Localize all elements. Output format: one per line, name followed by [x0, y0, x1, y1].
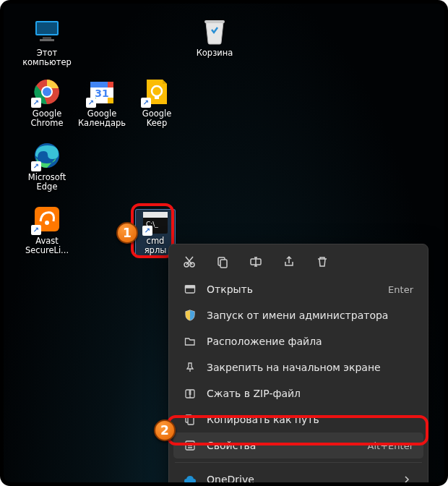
- menu-item-onedrive[interactable]: OneDrive: [173, 466, 423, 482]
- svg-rect-25: [220, 260, 227, 268]
- pin-icon: [184, 361, 197, 374]
- svg-rect-3: [40, 39, 54, 41]
- icon-label: Google Keep: [131, 109, 183, 128]
- menu-item-copy-path[interactable]: Копировать как путь: [173, 406, 423, 432]
- menu-label: Сжать в ZIP-файл: [207, 388, 413, 399]
- annotation-badge-2: 2: [154, 419, 176, 441]
- desktop-icon-google-keep[interactable]: ↗ Google Keep: [131, 77, 183, 128]
- avast-icon: ↗: [33, 205, 61, 234]
- recycle-bin-icon: [200, 17, 229, 46]
- menu-item-open[interactable]: Открыть Enter: [173, 276, 423, 302]
- chevron-right-icon: [400, 473, 413, 482]
- shortcut-arrow-icon: ↗: [31, 98, 41, 108]
- shortcut-arrow-icon: ↗: [141, 98, 151, 108]
- context-menu-toolbar: [173, 249, 423, 276]
- copy-path-icon: [184, 413, 197, 426]
- menu-label: OneDrive: [207, 474, 390, 482]
- icon-label: GoogleChrome: [21, 109, 73, 128]
- menu-item-file-location[interactable]: Расположение файла: [173, 328, 423, 354]
- properties-icon: [184, 439, 197, 452]
- svg-rect-1: [37, 22, 57, 34]
- icon-label: MicrosoftEdge: [21, 173, 73, 192]
- svg-text:31: 31: [95, 88, 108, 99]
- desktop-icon-avast[interactable]: ↗ AvastSecureLi...: [21, 205, 73, 255]
- rename-icon[interactable]: [249, 255, 263, 269]
- shortcut-arrow-icon: ↗: [31, 225, 41, 235]
- menu-item-properties[interactable]: Свойства Alt+Enter: [173, 432, 423, 459]
- icon-label: GoogleКалендарь: [76, 109, 128, 128]
- desktop-icon-google-calendar[interactable]: 31 ↗ GoogleКалендарь: [76, 77, 128, 128]
- calendar-icon: 31 ↗: [87, 77, 116, 106]
- context-menu: Открыть Enter Запуск от имени администра…: [168, 244, 428, 482]
- svg-rect-28: [186, 286, 195, 288]
- copy-icon[interactable]: [215, 255, 230, 269]
- zip-icon: [184, 387, 197, 400]
- keep-icon: ↗: [142, 77, 171, 106]
- delete-icon[interactable]: [315, 255, 329, 269]
- onedrive-icon: [184, 473, 197, 482]
- edge-icon: ↗: [33, 141, 61, 170]
- desktop[interactable]: Этоткомпьютер Корзина ↗ GoogleChrome 31 …: [4, 4, 444, 482]
- svg-rect-15: [155, 95, 159, 99]
- menu-label: Копировать как путь: [207, 414, 413, 425]
- desktop-icon-edge[interactable]: ↗ MicrosoftEdge: [21, 141, 73, 192]
- chrome-icon: ↗: [33, 77, 61, 106]
- shortcut-arrow-icon: ↗: [31, 161, 41, 171]
- share-icon[interactable]: [282, 255, 296, 269]
- menu-item-pin-start[interactable]: Закрепить на начальном экране: [173, 354, 423, 380]
- svg-rect-10: [108, 82, 113, 88]
- svg-rect-2: [43, 37, 51, 39]
- cmd-icon: C:\_ ↗: [143, 212, 168, 234]
- open-icon: [184, 283, 197, 296]
- desktop-icon-recycle-bin[interactable]: Корзина: [189, 17, 241, 58]
- menu-item-run-admin[interactable]: Запуск от имени администратора: [173, 302, 423, 328]
- cut-icon[interactable]: [182, 255, 197, 269]
- shield-icon: [184, 309, 197, 322]
- svg-point-7: [43, 88, 51, 96]
- shortcut-arrow-icon: ↗: [86, 98, 96, 108]
- icon-label: Корзина: [189, 48, 241, 58]
- desktop-icon-this-pc[interactable]: Этоткомпьютер: [21, 17, 73, 67]
- icon-label: AvastSecureLi...: [21, 236, 73, 255]
- icon-label: Этоткомпьютер: [21, 48, 73, 67]
- shortcut-arrow-icon: ↗: [142, 226, 152, 236]
- menu-accel: Enter: [388, 284, 413, 295]
- monitor-icon: [33, 17, 61, 46]
- menu-label: Закрепить на начальном экране: [207, 362, 413, 373]
- annotation-badge-1: 1: [116, 222, 138, 244]
- menu-label: Свойства: [207, 440, 358, 451]
- svg-rect-20: [143, 212, 168, 218]
- svg-rect-31: [188, 417, 194, 425]
- menu-label: Запуск от имени администратора: [207, 310, 413, 321]
- menu-separator: [175, 462, 422, 463]
- desktop-icon-chrome[interactable]: ↗ GoogleChrome: [21, 77, 73, 128]
- svg-point-18: [45, 221, 49, 225]
- svg-rect-4: [204, 20, 225, 23]
- folder-icon: [184, 335, 197, 348]
- menu-accel: Alt+Enter: [368, 440, 413, 451]
- menu-label: Открыть: [207, 284, 378, 295]
- menu-label: Расположение файла: [207, 336, 413, 347]
- menu-item-zip[interactable]: Сжать в ZIP-файл: [173, 380, 423, 406]
